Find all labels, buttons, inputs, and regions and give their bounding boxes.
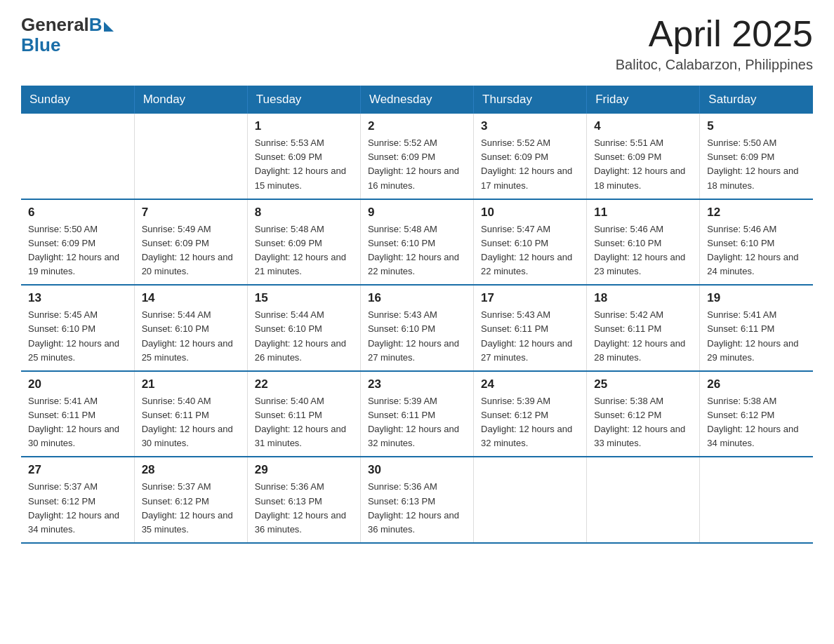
day-info: Sunrise: 5:52 AMSunset: 6:09 PMDaylight:… — [368, 136, 466, 193]
table-row: 1Sunrise: 5:53 AMSunset: 6:09 PMDaylight… — [247, 114, 360, 199]
day-info: Sunrise: 5:39 AMSunset: 6:12 PMDaylight:… — [481, 394, 579, 451]
day-info: Sunrise: 5:51 AMSunset: 6:09 PMDaylight:… — [594, 136, 692, 193]
table-row: 13Sunrise: 5:45 AMSunset: 6:10 PMDayligh… — [21, 285, 134, 371]
day-number: 27 — [28, 463, 127, 477]
day-number: 17 — [481, 291, 579, 305]
calendar-week-row: 6Sunrise: 5:50 AMSunset: 6:09 PMDaylight… — [21, 199, 813, 286]
day-number: 24 — [481, 377, 579, 391]
day-info: Sunrise: 5:37 AMSunset: 6:12 PMDaylight:… — [142, 480, 240, 537]
day-number: 5 — [707, 119, 806, 133]
day-number: 30 — [368, 463, 466, 477]
day-number: 13 — [28, 291, 127, 305]
day-number: 1 — [255, 119, 353, 133]
day-info: Sunrise: 5:43 AMSunset: 6:11 PMDaylight:… — [481, 308, 579, 365]
day-number: 29 — [255, 463, 353, 477]
table-row: 25Sunrise: 5:38 AMSunset: 6:12 PMDayligh… — [587, 371, 700, 457]
calendar-header-row: Sunday Monday Tuesday Wednesday Thursday… — [21, 86, 813, 114]
day-number: 18 — [594, 291, 692, 305]
table-row: 18Sunrise: 5:42 AMSunset: 6:11 PMDayligh… — [587, 285, 700, 371]
table-row: 3Sunrise: 5:52 AMSunset: 6:09 PMDaylight… — [474, 114, 587, 199]
logo: General B Blue — [21, 14, 114, 56]
day-number: 21 — [142, 377, 240, 391]
table-row — [700, 457, 813, 543]
day-number: 10 — [481, 206, 579, 220]
table-row: 30Sunrise: 5:36 AMSunset: 6:13 PMDayligh… — [360, 457, 473, 543]
table-row: 5Sunrise: 5:50 AMSunset: 6:09 PMDaylight… — [700, 114, 813, 199]
day-number: 4 — [594, 119, 692, 133]
day-info: Sunrise: 5:44 AMSunset: 6:10 PMDaylight:… — [142, 308, 240, 365]
logo-general: General — [21, 14, 89, 36]
day-info: Sunrise: 5:45 AMSunset: 6:10 PMDaylight:… — [28, 308, 127, 365]
table-row: 26Sunrise: 5:38 AMSunset: 6:12 PMDayligh… — [700, 371, 813, 457]
day-info: Sunrise: 5:52 AMSunset: 6:09 PMDaylight:… — [481, 136, 579, 193]
table-row: 16Sunrise: 5:43 AMSunset: 6:10 PMDayligh… — [360, 285, 473, 371]
calendar-week-row: 13Sunrise: 5:45 AMSunset: 6:10 PMDayligh… — [21, 285, 813, 371]
day-number: 20 — [28, 377, 127, 391]
table-row: 11Sunrise: 5:46 AMSunset: 6:10 PMDayligh… — [587, 199, 700, 286]
table-row: 23Sunrise: 5:39 AMSunset: 6:11 PMDayligh… — [360, 371, 473, 457]
day-info: Sunrise: 5:50 AMSunset: 6:09 PMDaylight:… — [707, 136, 806, 193]
header-monday: Monday — [134, 86, 247, 114]
header-thursday: Thursday — [474, 86, 587, 114]
table-row: 4Sunrise: 5:51 AMSunset: 6:09 PMDaylight… — [587, 114, 700, 199]
header-tuesday: Tuesday — [247, 86, 360, 114]
day-info: Sunrise: 5:37 AMSunset: 6:12 PMDaylight:… — [28, 480, 127, 537]
table-row: 7Sunrise: 5:49 AMSunset: 6:09 PMDaylight… — [134, 199, 247, 286]
table-row: 2Sunrise: 5:52 AMSunset: 6:09 PMDaylight… — [360, 114, 473, 199]
logo-triangle-icon — [104, 22, 114, 32]
table-row: 15Sunrise: 5:44 AMSunset: 6:10 PMDayligh… — [247, 285, 360, 371]
table-row: 12Sunrise: 5:46 AMSunset: 6:10 PMDayligh… — [700, 199, 813, 286]
header-wednesday: Wednesday — [360, 86, 473, 114]
header-sunday: Sunday — [21, 86, 134, 114]
logo-blue-part: B — [89, 14, 114, 36]
day-info: Sunrise: 5:41 AMSunset: 6:11 PMDaylight:… — [28, 394, 127, 451]
table-row: 8Sunrise: 5:48 AMSunset: 6:09 PMDaylight… — [247, 199, 360, 286]
table-row: 19Sunrise: 5:41 AMSunset: 6:11 PMDayligh… — [700, 285, 813, 371]
logo-blue-label: Blue — [21, 34, 60, 56]
table-row — [134, 114, 247, 199]
day-info: Sunrise: 5:43 AMSunset: 6:10 PMDaylight:… — [368, 308, 466, 365]
day-number: 11 — [594, 206, 692, 220]
day-number: 6 — [28, 206, 127, 220]
day-info: Sunrise: 5:47 AMSunset: 6:10 PMDaylight:… — [481, 222, 579, 279]
day-info: Sunrise: 5:50 AMSunset: 6:09 PMDaylight:… — [28, 222, 127, 279]
day-info: Sunrise: 5:44 AMSunset: 6:10 PMDaylight:… — [255, 308, 353, 365]
day-info: Sunrise: 5:40 AMSunset: 6:11 PMDaylight:… — [255, 394, 353, 451]
day-number: 22 — [255, 377, 353, 391]
day-info: Sunrise: 5:41 AMSunset: 6:11 PMDaylight:… — [707, 308, 806, 365]
day-info: Sunrise: 5:48 AMSunset: 6:10 PMDaylight:… — [368, 222, 466, 279]
table-row — [587, 457, 700, 543]
table-row: 28Sunrise: 5:37 AMSunset: 6:12 PMDayligh… — [134, 457, 247, 543]
day-info: Sunrise: 5:49 AMSunset: 6:09 PMDaylight:… — [142, 222, 240, 279]
day-number: 28 — [142, 463, 240, 477]
day-info: Sunrise: 5:48 AMSunset: 6:09 PMDaylight:… — [255, 222, 353, 279]
day-number: 14 — [142, 291, 240, 305]
table-row: 27Sunrise: 5:37 AMSunset: 6:12 PMDayligh… — [21, 457, 134, 543]
day-number: 8 — [255, 206, 353, 220]
day-info: Sunrise: 5:53 AMSunset: 6:09 PMDaylight:… — [255, 136, 353, 193]
table-row — [474, 457, 587, 543]
calendar-table: Sunday Monday Tuesday Wednesday Thursday… — [21, 86, 813, 544]
day-number: 19 — [707, 291, 806, 305]
table-row: 6Sunrise: 5:50 AMSunset: 6:09 PMDaylight… — [21, 199, 134, 286]
day-number: 12 — [707, 206, 806, 220]
calendar-week-row: 1Sunrise: 5:53 AMSunset: 6:09 PMDaylight… — [21, 114, 813, 199]
table-row — [21, 114, 134, 199]
day-info: Sunrise: 5:38 AMSunset: 6:12 PMDaylight:… — [594, 394, 692, 451]
day-info: Sunrise: 5:36 AMSunset: 6:13 PMDaylight:… — [368, 480, 466, 537]
table-row: 14Sunrise: 5:44 AMSunset: 6:10 PMDayligh… — [134, 285, 247, 371]
day-number: 3 — [481, 119, 579, 133]
location-title: Balitoc, Calabarzon, Philippines — [616, 57, 813, 73]
day-info: Sunrise: 5:38 AMSunset: 6:12 PMDaylight:… — [707, 394, 806, 451]
calendar-week-row: 27Sunrise: 5:37 AMSunset: 6:12 PMDayligh… — [21, 457, 813, 543]
title-section: April 2025 Balitoc, Calabarzon, Philippi… — [616, 14, 813, 73]
day-info: Sunrise: 5:46 AMSunset: 6:10 PMDaylight:… — [594, 222, 692, 279]
table-row: 9Sunrise: 5:48 AMSunset: 6:10 PMDaylight… — [360, 199, 473, 286]
day-info: Sunrise: 5:42 AMSunset: 6:11 PMDaylight:… — [594, 308, 692, 365]
day-number: 9 — [368, 206, 466, 220]
table-row: 29Sunrise: 5:36 AMSunset: 6:13 PMDayligh… — [247, 457, 360, 543]
table-row: 17Sunrise: 5:43 AMSunset: 6:11 PMDayligh… — [474, 285, 587, 371]
day-number: 7 — [142, 206, 240, 220]
day-number: 26 — [707, 377, 806, 391]
table-row: 20Sunrise: 5:41 AMSunset: 6:11 PMDayligh… — [21, 371, 134, 457]
